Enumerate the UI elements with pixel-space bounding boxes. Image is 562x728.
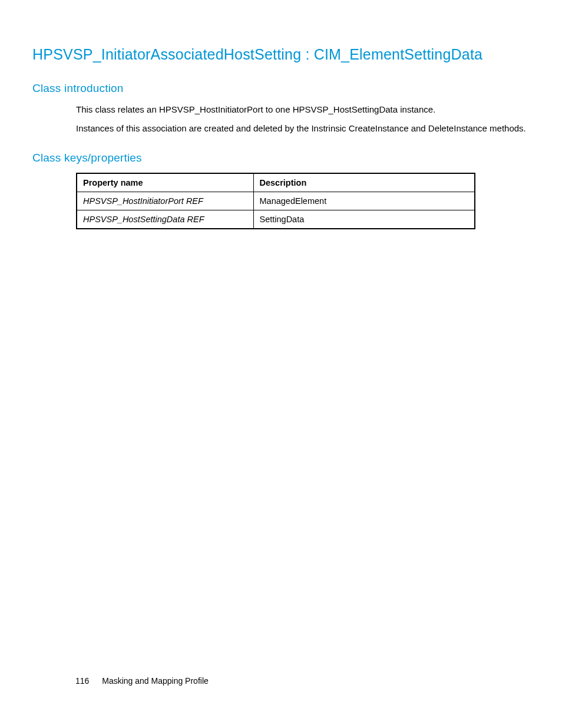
intro-paragraph-2: Instances of this association are create… [76,122,530,135]
properties-table: Property name Description HPSVSP_HostIni… [76,173,475,229]
intro-body: This class relates an HPSVSP_HostInitiat… [32,103,530,135]
page-title: HPSVSP_InitiatorAssociatedHostSetting : … [32,46,530,63]
table-cell-description: ManagedElement [253,192,475,210]
section-heading-props: Class keys/properties [32,151,530,164]
props-body: Property name Description HPSVSP_HostIni… [32,173,530,229]
table-row: HPSVSP_HostInitiatorPort REF ManagedElem… [77,192,475,210]
table-header-row: Property name Description [77,173,475,192]
table-cell-description: SettingData [253,210,475,229]
page-number: 116 [75,676,89,686]
footer-section-title: Masking and Mapping Profile [102,676,209,686]
table-cell-propname: HPSVSP_HostInitiatorPort REF [77,192,253,210]
table-header-description: Description [253,173,475,192]
section-heading-intro: Class introduction [32,82,530,95]
table-header-propname: Property name [77,173,253,192]
page-footer: 116 Masking and Mapping Profile [75,676,209,686]
intro-paragraph-1: This class relates an HPSVSP_HostInitiat… [76,103,530,116]
table-cell-propname: HPSVSP_HostSettingData REF [77,210,253,229]
table-row: HPSVSP_HostSettingData REF SettingData [77,210,475,229]
